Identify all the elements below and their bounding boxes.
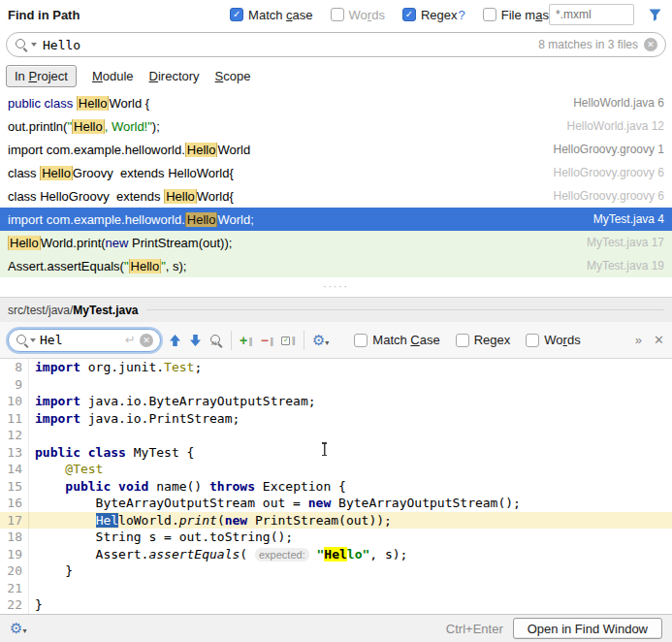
select-all-occurrences-icon[interactable]: ✓∥ — [281, 336, 296, 345]
checkbox-box[interactable]: ✓ — [230, 8, 243, 21]
match-highlight: Hello — [77, 96, 110, 111]
line-number: 9 — [0, 376, 29, 394]
line-number: 12 — [0, 427, 29, 444]
code-segment: Test — [164, 360, 194, 374]
code-segment: import com.example.helloworld. — [8, 143, 185, 157]
search-icon — [15, 38, 28, 51]
editor-find-input[interactable] — [40, 333, 110, 347]
checkbox-box[interactable] — [331, 8, 344, 21]
result-row[interactable]: import com.example.helloworld.HelloWorld… — [0, 138, 672, 161]
mnemonic-letter: D — [149, 69, 158, 83]
code-segment: class HelloGroovy extends — [8, 189, 164, 204]
label-text: Re — [474, 333, 491, 347]
footer-settings-gear-icon[interactable]: ⚙▾ — [10, 622, 26, 635]
toolbar-separator — [304, 331, 304, 350]
line-number: 11 — [0, 410, 29, 428]
code-segment: Assert.assertEquals( — [8, 259, 124, 273]
result-code-text: import com.example.helloworld.HelloWorld… — [8, 212, 254, 227]
search-icon — [16, 334, 29, 347]
code-segment: World.print( — [41, 236, 106, 250]
splitter-handle[interactable]: ····· — [323, 284, 349, 290]
code-segment: throws — [209, 479, 255, 494]
code-line: 16 ByteArrayOutputStream out = new ByteA… — [0, 495, 672, 512]
code-segment: loWorld. — [118, 513, 179, 528]
search-field[interactable]: 8 matches in 3 files ✕ — [6, 32, 666, 57]
search-input[interactable] — [43, 38, 532, 52]
result-row[interactable]: Assert.assertEquals("Hello", s);MyTest.j… — [0, 254, 672, 277]
code-line: 18 String s = out.toString(); — [0, 529, 672, 546]
footer-bar: ⚙▾ Ctrl+Enter Open in Find Window — [0, 614, 672, 642]
checkbox-box[interactable]: ✓ — [402, 8, 416, 21]
filter-icon[interactable] — [648, 8, 662, 22]
scope-tab-module[interactable]: Module — [92, 69, 134, 83]
code-preview[interactable]: 8import org.junit.Test;910import java.io… — [0, 359, 672, 614]
editor-find-field[interactable]: ↵ ✕ — [8, 329, 161, 352]
code-line: 20 } — [0, 562, 672, 580]
code-segment: , s); — [166, 259, 187, 273]
search-history-chevron-icon[interactable] — [31, 43, 37, 47]
remove-occurrence-icon[interactable]: −∥ — [261, 335, 274, 346]
find-all-icon[interactable]: ALL — [209, 334, 223, 347]
code-segment: import — [35, 360, 80, 374]
code-line: 10import java.io.ByteArrayOutputStream; — [0, 393, 672, 410]
code-line: 14 @Test — [0, 461, 672, 478]
search-settings-gear-icon[interactable]: ⚙▾ — [312, 334, 329, 347]
clear-search-icon[interactable]: ✕ — [644, 38, 657, 51]
find-in-path-dialog: Find in Path ✓Match caseWords✓Regex?File… — [0, 0, 672, 642]
match-highlight: Hello — [40, 166, 73, 180]
path-rule — [146, 309, 664, 310]
search-history-chevron-icon[interactable] — [30, 338, 36, 342]
file-mask-input[interactable] — [549, 4, 634, 25]
match-highlight: Hello — [72, 119, 105, 134]
code-segment: java.io.PrintStream; — [80, 411, 240, 426]
result-row[interactable]: class HelloGroovy extends HelloWorld{Hel… — [0, 184, 672, 208]
match-case-checkbox[interactable]: ✓Match case — [230, 8, 312, 22]
file-path-prefix: src/test/java/ — [8, 304, 73, 317]
code-segment: import com.example.helloworld. — [8, 212, 185, 227]
checkbox-label: Words — [349, 8, 385, 22]
preview-match-case-checkbox[interactable]: Match Case — [354, 333, 439, 347]
checkbox-box[interactable] — [456, 334, 469, 347]
code-segment: MyTest { — [126, 445, 194, 460]
open-in-find-window-button[interactable]: Open in Find Window — [513, 618, 662, 639]
preview-regex-checkbox[interactable]: Regex — [456, 333, 511, 347]
result-row[interactable]: HelloWorld.print(new PrintStream(out));M… — [0, 231, 672, 254]
add-occurrence-icon[interactable]: +∥ — [240, 335, 253, 346]
preview-words-checkbox[interactable]: Words — [526, 333, 580, 347]
close-find-bar-icon[interactable]: ✕ — [654, 333, 664, 347]
result-row[interactable]: import com.example.helloworld.HelloWorld… — [0, 208, 672, 231]
mnemonic-letter: g — [490, 333, 496, 347]
result-row[interactable]: out.println("Hello, World!");HelloWorld.… — [0, 114, 672, 138]
checkbox-box[interactable] — [483, 8, 496, 21]
scope-tab-directory[interactable]: Directory — [149, 69, 200, 83]
label-text: Wo — [544, 333, 562, 347]
next-occurrence-icon[interactable] — [189, 334, 202, 347]
more-options-icon[interactable]: » — [635, 333, 642, 347]
result-file-reference: MyTest.java 19 — [575, 259, 664, 273]
previous-occurrence-icon[interactable] — [169, 334, 181, 347]
result-row[interactable]: public class HelloWorld {HelloWorld.java… — [0, 91, 672, 114]
words-checkbox[interactable]: Words — [331, 8, 385, 22]
clear-find-icon[interactable]: ✕ — [140, 334, 153, 347]
code-segment — [35, 513, 96, 528]
match-highlight: Hello — [164, 189, 197, 204]
line-number: 20 — [0, 562, 29, 580]
result-row[interactable]: class HelloGroovy extends HelloWorld{Hel… — [0, 161, 672, 184]
scope-tab-scope[interactable]: Scope — [215, 69, 251, 83]
code-segment: new — [106, 236, 129, 250]
label-text: odule — [103, 69, 134, 83]
scope-tab-in-project[interactable]: In Project — [6, 65, 77, 87]
code-line-text: HelloWorld.print(new PrintStream(out)); — [29, 512, 392, 530]
mnemonic-letter: g — [437, 8, 444, 22]
checkbox-box[interactable] — [526, 334, 539, 347]
code-segment: , s); — [369, 547, 407, 562]
checkbox-box[interactable] — [354, 334, 368, 347]
result-file-reference: HelloGroovy.groovy 6 — [542, 189, 665, 203]
label-text: roject — [37, 69, 68, 83]
file-mask-checkbox[interactable]: File mask: — [483, 8, 559, 22]
line-number: 14 — [0, 461, 29, 478]
result-file-reference: MyTest.java 17 — [575, 236, 664, 249]
code-line-text — [29, 580, 35, 597]
regex-help-link[interactable]: ? — [459, 8, 465, 22]
regex-checkbox[interactable]: ✓Regex? — [402, 8, 465, 22]
